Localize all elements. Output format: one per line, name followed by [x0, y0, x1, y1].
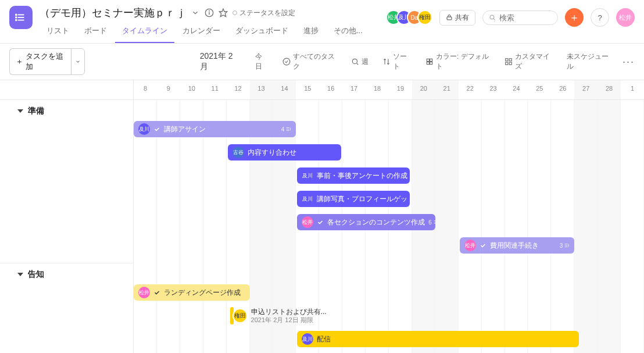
global-add-button[interactable]: ＋ — [565, 8, 584, 27]
timeline-row: 及川事前・事後アンケートの作成7 — [134, 165, 644, 188]
tab-2[interactable]: タイムライン — [115, 21, 174, 43]
check-circle-icon — [282, 58, 291, 66]
header: （デモ用）セミナー実施ｐｒｊ ステータスを設定 リストボードタイムラインカレンダ… — [0, 0, 644, 44]
set-status[interactable]: ステータスを設定 — [232, 8, 295, 18]
task-bar[interactable]: 松井各セクションのコンテンツ作成6 — [297, 214, 435, 230]
assignee-avatar: 松井 — [302, 216, 313, 228]
unscheduled-button[interactable]: 未スケジュール — [563, 49, 616, 74]
search-icon — [489, 13, 496, 22]
timeline-row: 古谷内容すり合わせ — [134, 142, 644, 165]
svg-point-8 — [209, 10, 210, 11]
info-icon[interactable] — [205, 8, 214, 17]
collapse-icon[interactable] — [17, 273, 23, 276]
svg-point-4 — [16, 17, 17, 18]
timeline-row: 及川配信 — [134, 329, 644, 352]
toolbar: ＋ タスクを追加 2021年 2月 今日 すべてのタスク 週 ソート カラー: … — [0, 44, 644, 80]
day-header: 21 — [435, 80, 459, 99]
tab-4[interactable]: ダッシュボード — [228, 21, 295, 43]
task-title: 費用関連手続き — [490, 241, 539, 251]
date-header: 8910111213141516171819202122232425262728… — [134, 80, 644, 100]
timeline: 準備告知 89101112131415161718192021222324252… — [0, 80, 644, 353]
assignee-avatar: 及川 — [302, 170, 313, 181]
share-button[interactable]: 共有 — [439, 10, 475, 26]
task-bar[interactable]: 及川事前・事後アンケートの作成7 — [297, 167, 410, 184]
task-title: 各セクションのコンテンツ作成 — [327, 217, 425, 227]
day-header: 12 — [227, 80, 250, 99]
task-bar[interactable]: 及川講師写真・プロフィールゲット — [297, 191, 410, 207]
search-field[interactable] — [499, 13, 552, 22]
project-title[interactable]: （デモ用）セミナー実施ｐｒｊ — [40, 6, 186, 20]
section-header[interactable]: 準備 — [0, 100, 133, 119]
member-avatar[interactable]: 権田 — [417, 10, 432, 25]
check-icon — [480, 242, 486, 249]
tab-1[interactable]: ボード — [77, 21, 114, 43]
assignee-avatar: 及川 — [302, 193, 313, 205]
color-selector[interactable]: カラー: デフォルト — [422, 49, 494, 74]
search-input[interactable] — [482, 10, 558, 25]
day-header: 13 — [250, 80, 273, 99]
today-button[interactable]: 今日 — [252, 49, 271, 74]
timeline-row: 松井各セクションのコンテンツ作成6 — [134, 212, 644, 235]
add-task-button[interactable]: ＋ タスクを追加 — [9, 48, 71, 75]
zoom-selector[interactable]: 週 — [348, 55, 372, 69]
day-header: 23 — [482, 80, 505, 99]
svg-point-11 — [490, 15, 494, 19]
timeline-row: 及川講師アサイン4 — [134, 119, 644, 142]
day-header: 9 — [157, 80, 180, 99]
task-milestone[interactable]: 権田申込リストおよび共有...2021年 2月 12日 期限 — [230, 305, 327, 326]
assignee-avatar: 松井 — [464, 240, 476, 251]
day-header: 24 — [505, 80, 528, 99]
timeline-row: 及川講師写真・プロフィールゲット — [134, 188, 644, 212]
collapse-icon[interactable] — [17, 109, 23, 113]
customize-button[interactable]: カスタマイズ — [501, 49, 556, 74]
chevron-down-icon[interactable] — [191, 8, 200, 17]
task-title: 内容すり合わせ — [248, 148, 296, 158]
svg-rect-18 — [427, 62, 429, 65]
tab-3[interactable]: カレンダー — [176, 21, 227, 43]
star-icon[interactable] — [219, 8, 228, 17]
tab-6[interactable]: その他... — [327, 21, 370, 43]
svg-rect-21 — [509, 59, 511, 61]
day-header: 14 — [273, 80, 296, 99]
task-bar[interactable]: 及川配信 — [297, 331, 579, 347]
svg-rect-10 — [447, 17, 452, 20]
check-icon — [317, 219, 324, 226]
tab-5[interactable]: 進捗 — [296, 21, 325, 43]
current-user-avatar[interactable]: 松井 — [616, 8, 635, 27]
svg-line-15 — [357, 63, 358, 65]
task-bar[interactable]: 及川講師アサイン4 — [134, 121, 296, 137]
task-title: 講師写真・プロフィールゲット — [317, 194, 410, 204]
timeline-row: 松井費用関連手続き3 — [134, 235, 644, 258]
task-bar[interactable]: 松井費用関連手続き3 — [460, 237, 575, 254]
add-task-dropdown[interactable] — [71, 48, 85, 75]
month-label: 2021年 2月 — [200, 51, 238, 72]
member-avatars[interactable]: 松井及川Da権田 — [386, 10, 432, 25]
assignee-avatar: 及川 — [302, 333, 313, 345]
task-title: ランディングページ作成 — [164, 288, 241, 298]
day-header: 8 — [134, 80, 157, 99]
tab-0[interactable]: リスト — [40, 21, 76, 43]
day-header: 11 — [203, 80, 227, 99]
color-icon — [425, 58, 434, 66]
sort-button[interactable]: ソート — [379, 49, 415, 74]
subtask-count: 6 — [428, 219, 435, 226]
project-icon[interactable] — [9, 6, 33, 29]
more-menu[interactable]: ··· — [622, 56, 635, 68]
task-title: 配信 — [317, 334, 331, 344]
svg-rect-17 — [430, 59, 432, 61]
assignee-avatar: 及川 — [138, 123, 150, 135]
svg-marker-9 — [219, 9, 227, 16]
timeline-row: 松井ランディングページ作成 — [134, 282, 644, 305]
task-bar[interactable]: 松井ランディングページ作成 — [134, 284, 250, 301]
customize-icon — [505, 58, 513, 66]
day-header: 1 — [621, 80, 644, 99]
svg-point-3 — [16, 15, 17, 16]
svg-rect-20 — [506, 59, 508, 61]
day-header: 19 — [389, 80, 412, 99]
task-title: 申込リストおよび共有... — [251, 308, 327, 316]
zoom-icon — [351, 58, 359, 66]
help-button[interactable]: ? — [591, 8, 609, 27]
task-bar[interactable]: 古谷内容すり合わせ — [228, 144, 342, 161]
section-header[interactable]: 告知 — [0, 263, 133, 282]
all-tasks-filter[interactable]: すべてのタスク — [279, 49, 341, 74]
